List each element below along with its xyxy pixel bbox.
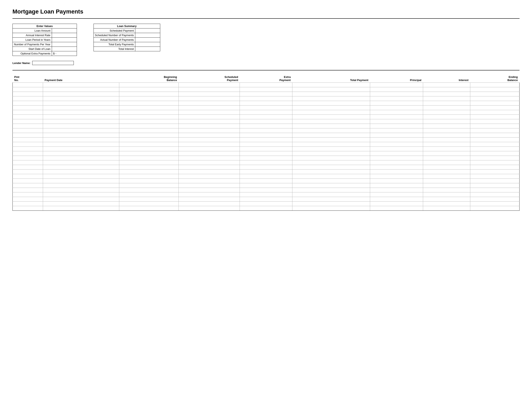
table-row bbox=[13, 183, 520, 188]
top-divider bbox=[12, 18, 520, 19]
table-cell bbox=[119, 110, 179, 115]
table-cell bbox=[43, 170, 119, 174]
table-cell bbox=[119, 188, 179, 192]
loan-period-input[interactable] bbox=[52, 38, 77, 42]
table-cell bbox=[240, 110, 292, 115]
col-ending-header-top: Ending bbox=[470, 75, 519, 78]
table-cell bbox=[370, 156, 423, 160]
table-row bbox=[13, 96, 520, 101]
table-cell bbox=[370, 119, 423, 124]
table-cell bbox=[370, 138, 423, 142]
table-cell bbox=[370, 142, 423, 147]
lender-name-input[interactable] bbox=[32, 61, 74, 65]
payments-per-year-input[interactable] bbox=[52, 42, 77, 47]
table-cell bbox=[43, 128, 119, 133]
annual-interest-input[interactable] bbox=[52, 33, 77, 38]
table-row bbox=[13, 192, 520, 197]
currency-symbol: $ bbox=[53, 52, 55, 55]
table-cell bbox=[292, 165, 370, 170]
table-cell bbox=[470, 83, 519, 87]
table-cell bbox=[179, 133, 240, 138]
table-cell bbox=[43, 133, 119, 138]
loan-amount-input[interactable] bbox=[52, 29, 77, 33]
table-cell bbox=[240, 192, 292, 197]
table-cell bbox=[119, 179, 179, 183]
table-cell bbox=[13, 165, 43, 170]
table-cell bbox=[423, 119, 470, 124]
table-cell bbox=[179, 165, 240, 170]
table-cell bbox=[240, 170, 292, 174]
table-cell bbox=[179, 201, 240, 206]
table-cell bbox=[119, 92, 179, 96]
payment-table-body bbox=[13, 83, 520, 211]
table-cell bbox=[423, 192, 470, 197]
table-cell bbox=[240, 115, 292, 119]
scheduled-num-payments-value bbox=[135, 33, 160, 38]
table-cell bbox=[13, 119, 43, 124]
table-cell bbox=[292, 192, 370, 197]
table-cell bbox=[292, 96, 370, 101]
table-cell bbox=[179, 110, 240, 115]
table-cell bbox=[370, 105, 423, 110]
table-cell bbox=[423, 138, 470, 142]
table-cell bbox=[423, 170, 470, 174]
table-cell bbox=[292, 105, 370, 110]
table-cell bbox=[292, 179, 370, 183]
col-extra-payment-label: Payment bbox=[240, 78, 292, 83]
table-cell bbox=[370, 115, 423, 119]
table-cell bbox=[179, 124, 240, 128]
table-cell bbox=[423, 133, 470, 138]
table-row bbox=[13, 124, 520, 128]
table-cell bbox=[13, 110, 43, 115]
table-cell bbox=[43, 197, 119, 201]
table-cell bbox=[179, 183, 240, 188]
table-cell bbox=[13, 124, 43, 128]
table-cell bbox=[240, 119, 292, 124]
table-cell bbox=[423, 92, 470, 96]
table-cell bbox=[370, 179, 423, 183]
table-cell bbox=[470, 156, 519, 160]
table-cell bbox=[423, 151, 470, 156]
col-total-payment-label: Total Payment bbox=[292, 78, 370, 83]
table-cell bbox=[470, 124, 519, 128]
scheduled-payment-value bbox=[135, 29, 160, 33]
table-cell bbox=[423, 206, 470, 211]
total-interest-label: Total Interest bbox=[94, 47, 135, 51]
table-cell bbox=[240, 188, 292, 192]
table-cell bbox=[13, 201, 43, 206]
enter-values-section: Enter Values Loan Amount Annual Interest… bbox=[12, 24, 77, 56]
table-cell bbox=[240, 101, 292, 105]
loan-summary-section: Loan Summary Scheduled Payment Scheduled… bbox=[94, 24, 160, 56]
table-cell bbox=[13, 160, 43, 165]
table-cell bbox=[423, 201, 470, 206]
table-cell bbox=[119, 192, 179, 197]
table-cell bbox=[240, 183, 292, 188]
table-cell bbox=[43, 92, 119, 96]
table-cell bbox=[240, 124, 292, 128]
table-row bbox=[13, 101, 520, 105]
table-cell bbox=[119, 128, 179, 133]
table-cell bbox=[43, 119, 119, 124]
table-cell bbox=[43, 138, 119, 142]
table-cell bbox=[370, 197, 423, 201]
table-row bbox=[13, 142, 520, 147]
table-cell bbox=[43, 179, 119, 183]
table-cell bbox=[370, 133, 423, 138]
table-cell bbox=[240, 160, 292, 165]
table-cell bbox=[470, 170, 519, 174]
table-row bbox=[13, 151, 520, 156]
table-cell bbox=[423, 105, 470, 110]
table-cell bbox=[370, 165, 423, 170]
table-cell bbox=[470, 165, 519, 170]
table-cell bbox=[292, 83, 370, 87]
table-cell bbox=[423, 101, 470, 105]
table-cell bbox=[13, 206, 43, 211]
table-cell bbox=[119, 96, 179, 101]
table-cell bbox=[43, 96, 119, 101]
lender-name-label: Lender Name: bbox=[12, 61, 30, 65]
table-cell bbox=[179, 96, 240, 101]
table-cell bbox=[43, 142, 119, 147]
table-cell bbox=[470, 151, 519, 156]
table-row bbox=[13, 188, 520, 192]
start-date-input[interactable] bbox=[52, 47, 77, 51]
